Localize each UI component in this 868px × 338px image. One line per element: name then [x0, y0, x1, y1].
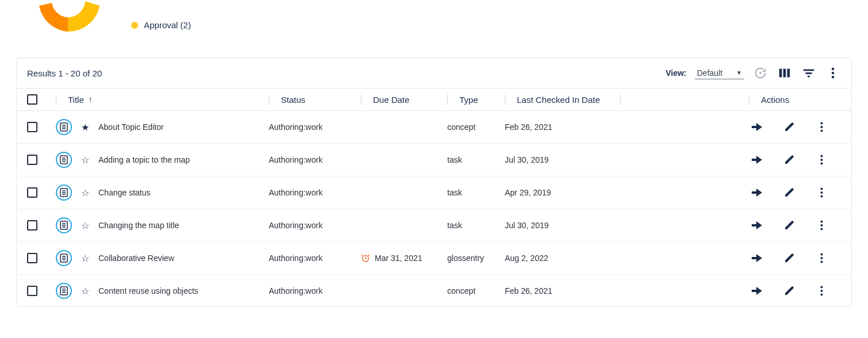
edit-button[interactable] — [781, 250, 797, 266]
top-fragment: Approval (2) — [16, 0, 852, 40]
row-due: Mar 31, 2021 — [361, 254, 447, 263]
row-status: Authoring:work — [269, 221, 361, 230]
view-select[interactable]: Default ▼ — [695, 67, 744, 79]
star-toggle[interactable]: ☆ — [80, 155, 90, 166]
svg-rect-60 — [752, 290, 757, 292]
go-to-button[interactable] — [749, 152, 765, 168]
row-more-button[interactable] — [813, 119, 829, 135]
legend-dot-icon — [131, 22, 138, 29]
table-body: ★About Topic EditorAuthoring:workconcept… — [17, 111, 851, 306]
row-checkbox[interactable] — [27, 187, 37, 198]
row-checked-date: Feb 26, 2021 — [505, 122, 620, 132]
column-header-status[interactable]: Status — [269, 94, 361, 105]
edit-button[interactable] — [781, 152, 797, 168]
view-select-value: Default — [697, 68, 722, 78]
row-more-button[interactable] — [813, 283, 829, 299]
svg-rect-14 — [752, 126, 757, 128]
row-type: task — [447, 155, 505, 164]
row-type: task — [447, 221, 505, 230]
table-header: Title ↑ Status Due Date Type Last Checke… — [17, 88, 851, 111]
svg-point-45 — [820, 228, 823, 231]
row-title[interactable]: Content reuse using objects — [98, 286, 199, 295]
row-checkbox[interactable] — [27, 253, 37, 263]
row-type: concept — [447, 286, 505, 295]
svg-point-17 — [820, 126, 823, 128]
row-title[interactable]: Changing the map title — [98, 221, 179, 230]
go-to-button[interactable] — [749, 283, 765, 299]
row-title[interactable]: Change status — [98, 188, 150, 197]
more-icon[interactable] — [825, 65, 841, 81]
edit-button[interactable] — [781, 217, 797, 233]
sort-ascending-icon: ↑ — [89, 95, 93, 104]
document-icon — [56, 119, 72, 135]
row-checked-date: Jul 30, 2019 — [505, 155, 620, 164]
row-title[interactable]: About Topic Editor — [98, 122, 163, 132]
select-all-checkbox[interactable] — [27, 94, 37, 105]
row-status: Authoring:work — [269, 254, 361, 263]
edit-button[interactable] — [781, 185, 797, 201]
row-checkbox[interactable] — [27, 155, 37, 165]
document-icon — [56, 250, 72, 266]
star-toggle[interactable]: ★ — [80, 122, 90, 133]
star-toggle[interactable]: ☆ — [80, 220, 90, 231]
star-toggle[interactable]: ☆ — [80, 286, 90, 297]
svg-rect-4 — [804, 70, 814, 71]
document-icon — [56, 283, 72, 299]
svg-point-36 — [820, 195, 823, 198]
svg-point-26 — [820, 159, 823, 161]
go-to-button[interactable] — [749, 217, 765, 233]
header-tools: View: Default ▼ — [665, 65, 841, 81]
svg-point-55 — [820, 261, 823, 263]
svg-point-44 — [820, 224, 823, 226]
column-header-actions: Actions — [749, 94, 841, 105]
edit-button[interactable] — [781, 283, 797, 299]
column-header-checked[interactable]: Last Checked In Date — [505, 94, 620, 105]
row-checkbox[interactable] — [27, 220, 37, 231]
panel-header: Results 1 - 20 of 20 View: Default ▼ — [17, 58, 851, 88]
go-to-button[interactable] — [749, 250, 765, 266]
row-more-button[interactable] — [813, 185, 829, 201]
svg-point-53 — [820, 254, 823, 256]
table-row: ☆Collaborative ReviewAuthoring:workMar 3… — [17, 242, 851, 275]
svg-rect-5 — [806, 72, 812, 74]
svg-point-64 — [820, 294, 823, 296]
row-checkbox[interactable] — [27, 122, 37, 132]
column-header-type[interactable]: Type — [447, 94, 505, 105]
svg-rect-3 — [787, 69, 790, 78]
document-icon — [56, 152, 72, 168]
svg-point-54 — [820, 257, 823, 259]
row-title[interactable]: Collaborative Review — [98, 254, 174, 263]
svg-point-16 — [820, 122, 823, 125]
row-checkbox[interactable] — [27, 286, 37, 296]
svg-rect-6 — [808, 76, 810, 78]
star-toggle[interactable]: ☆ — [80, 187, 90, 198]
go-to-button[interactable] — [749, 185, 765, 201]
svg-point-63 — [820, 290, 823, 292]
edit-button[interactable] — [781, 119, 797, 135]
columns-icon[interactable] — [776, 65, 793, 81]
svg-point-7 — [832, 68, 834, 70]
legend-approval-label: Approval (2) — [144, 20, 191, 30]
refresh-icon[interactable] — [752, 65, 768, 81]
row-more-button[interactable] — [813, 217, 829, 233]
svg-point-43 — [820, 221, 823, 223]
svg-rect-1 — [779, 69, 782, 78]
star-toggle[interactable]: ☆ — [80, 253, 90, 264]
row-checked-date: Aug 2, 2022 — [505, 254, 620, 263]
table-row: ★About Topic EditorAuthoring:workconcept… — [17, 111, 851, 144]
row-more-button[interactable] — [813, 250, 829, 266]
row-checked-date: Jul 30, 2019 — [505, 221, 620, 230]
row-title[interactable]: Adding a topic to the map — [98, 155, 190, 164]
go-to-button[interactable] — [749, 119, 765, 135]
column-header-due[interactable]: Due Date — [361, 94, 447, 105]
legend-approval: Approval (2) — [131, 20, 191, 30]
column-header-title[interactable]: Title ↑ — [56, 94, 269, 105]
svg-point-35 — [820, 191, 823, 194]
table-row: ☆Change statusAuthoring:worktaskApr 29, … — [17, 176, 851, 209]
filter-icon[interactable] — [801, 65, 817, 81]
chevron-down-icon: ▼ — [736, 70, 742, 76]
document-icon — [56, 185, 72, 201]
row-more-button[interactable] — [813, 152, 829, 168]
table-row: ☆Adding a topic to the mapAuthoring:work… — [17, 144, 851, 176]
row-type: concept — [447, 122, 505, 132]
